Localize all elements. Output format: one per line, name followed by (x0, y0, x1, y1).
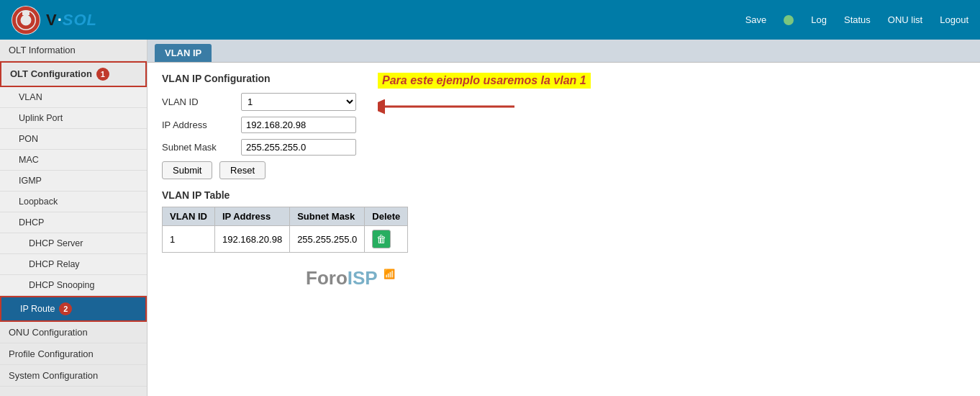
ip-address-row: IP Address (162, 117, 356, 133)
col-vlan-id: VLAN ID (163, 207, 215, 226)
section-title: VLAN IP Configuration (162, 73, 356, 84)
vlan-id-row: VLAN ID 1 (162, 93, 356, 111)
content-top-row: VLAN IP Configuration VLAN ID 1 IP Addre… (162, 73, 966, 179)
sidebar-item-olt-information[interactable]: OLT Information (0, 40, 147, 61)
sidebar-item-vlan[interactable]: VLAN (0, 87, 147, 108)
sidebar-item-loopback[interactable]: Loopback (0, 192, 147, 212)
reset-button[interactable]: Reset (219, 161, 266, 179)
sidebar-item-ip-route[interactable]: IP Route2 (0, 296, 147, 322)
foro-isp-watermark: ForoISP 📶 (306, 267, 395, 289)
annotation-area: Para este ejemplo usaremos la vlan 1 (378, 73, 591, 117)
table-title: VLAN IP Table (162, 189, 966, 201)
status-link[interactable]: Status (844, 14, 871, 25)
sidebar-item-profile-configuration[interactable]: Profile Configuration (0, 343, 147, 365)
form-buttons: Submit Reset (162, 161, 356, 179)
logo-text: V·SOL (46, 11, 97, 30)
main-content: VLAN IP VLAN IP Configuration VLAN ID 1 … (148, 40, 980, 396)
arrow-annotation (378, 96, 522, 117)
content-area: VLAN IP Configuration VLAN ID 1 IP Addre… (148, 63, 980, 277)
form-section: VLAN IP Configuration VLAN ID 1 IP Addre… (162, 73, 356, 179)
layout: OLT InformationOLT Configuration1VLANUpl… (0, 40, 980, 396)
vlan-ip-tab[interactable]: VLAN IP (155, 44, 212, 62)
sidebar-item-dhcp-relay[interactable]: DHCP Relay (0, 254, 147, 275)
ip-address-label: IP Address (162, 120, 241, 130)
delete-button[interactable]: 🗑 (372, 230, 391, 248)
header: V·SOL Save Log Status ONU list Logout (0, 0, 980, 40)
save-button[interactable]: Save (745, 14, 767, 25)
logo-area: V·SOL (12, 6, 97, 35)
sidebar-item-mac[interactable]: MAC (0, 150, 147, 171)
logout-link[interactable]: Logout (940, 14, 968, 25)
sidebar-item-dhcp[interactable]: DHCP (0, 212, 147, 233)
table-row: 1192.168.20.98255.255.255.0🗑 (163, 226, 408, 253)
table-header-row: VLAN ID IP Address Subnet Mask Delete (163, 207, 408, 226)
sidebar-item-uplink-port[interactable]: Uplink Port (0, 108, 147, 129)
ip-address-input[interactable] (241, 117, 356, 133)
sidebar-item-olt-configuration[interactable]: OLT Configuration1 (0, 61, 147, 87)
vlan-id-select[interactable]: 1 (241, 93, 356, 111)
subnet-mask-input[interactable] (241, 139, 356, 156)
col-ip-address: IP Address (215, 207, 290, 226)
cell-vlan_id: 1 (163, 226, 215, 253)
logo-icon (12, 6, 40, 35)
onu-list-link[interactable]: ONU list (888, 14, 922, 25)
sidebar-item-dhcp-server[interactable]: DHCP Server (0, 233, 147, 254)
subnet-mask-row: Subnet Mask (162, 139, 356, 156)
svg-point-1 (19, 13, 33, 27)
cell-subnet_mask: 255.255.255.0 (290, 226, 365, 253)
log-link[interactable]: Log (811, 14, 827, 25)
sidebar-item-pon[interactable]: PON (0, 129, 147, 150)
vlan-id-label: VLAN ID (162, 96, 241, 107)
submit-button[interactable]: Submit (162, 161, 212, 179)
sidebar-item-onu-configuration[interactable]: ONU Configuration (0, 322, 147, 343)
tab-bar: VLAN IP (148, 40, 980, 63)
annotation-text: Para este ejemplo usaremos la vlan 1 (378, 73, 591, 89)
header-nav: Save Log Status ONU list Logout (745, 14, 968, 25)
svg-rect-2 (22, 11, 30, 15)
vlan-ip-table: VLAN ID IP Address Subnet Mask Delete 11… (162, 207, 408, 253)
cell-ip_address: 192.168.20.98 (215, 226, 290, 253)
col-subnet-mask: Subnet Mask (290, 207, 365, 226)
cell-delete: 🗑 (365, 226, 408, 253)
sidebar: OLT InformationOLT Configuration1VLANUpl… (0, 40, 148, 396)
sidebar-item-dhcp-snooping[interactable]: DHCP Snooping (0, 275, 147, 296)
sidebar-item-system-configuration[interactable]: System Configuration (0, 365, 147, 387)
subnet-mask-label: Subnet Mask (162, 142, 241, 153)
svg-point-0 (14, 9, 37, 32)
sidebar-item-igmp[interactable]: IGMP (0, 171, 147, 192)
col-delete: Delete (365, 207, 408, 226)
status-indicator (784, 15, 794, 25)
